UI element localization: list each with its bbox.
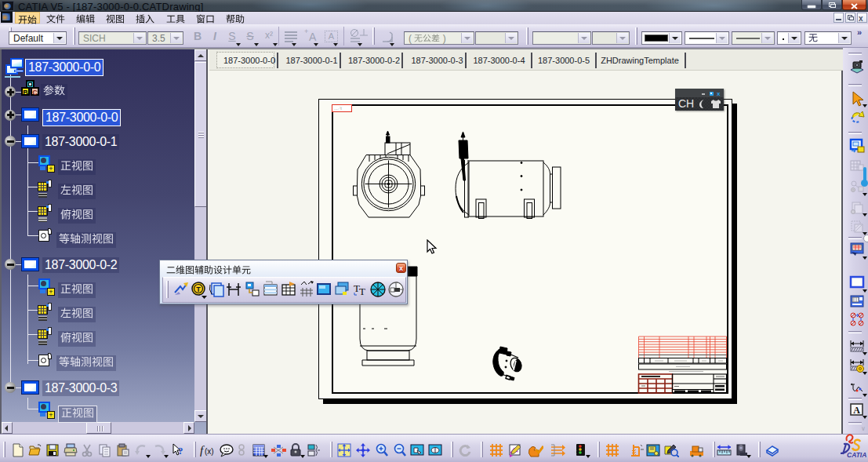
svg-text:(x): (x) (205, 447, 214, 456)
svg-text:A: A (853, 405, 860, 416)
svg-text:?: ? (178, 445, 183, 457)
svg-text:CATIA: CATIA (847, 451, 866, 459)
svg-text:T: T (359, 286, 365, 297)
svg-text:T: T (196, 286, 201, 293)
